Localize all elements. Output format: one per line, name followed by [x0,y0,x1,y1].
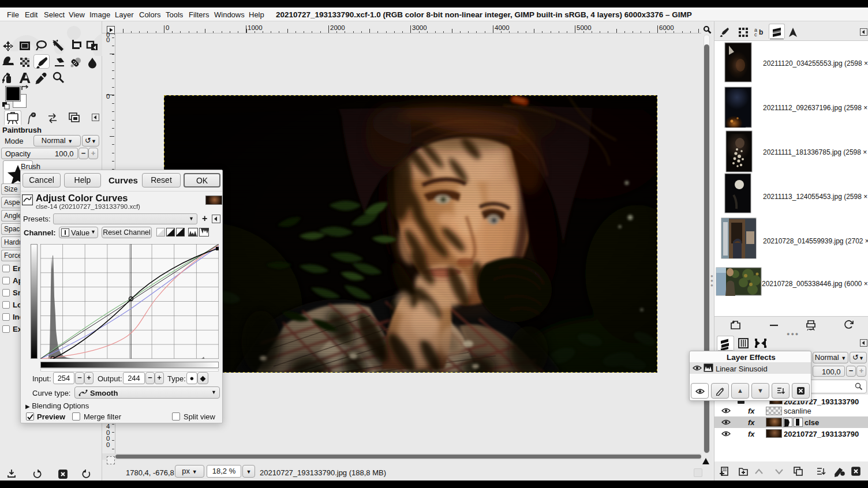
svg-text:b: b [759,28,763,36]
svg-text:c: c [754,32,757,37]
